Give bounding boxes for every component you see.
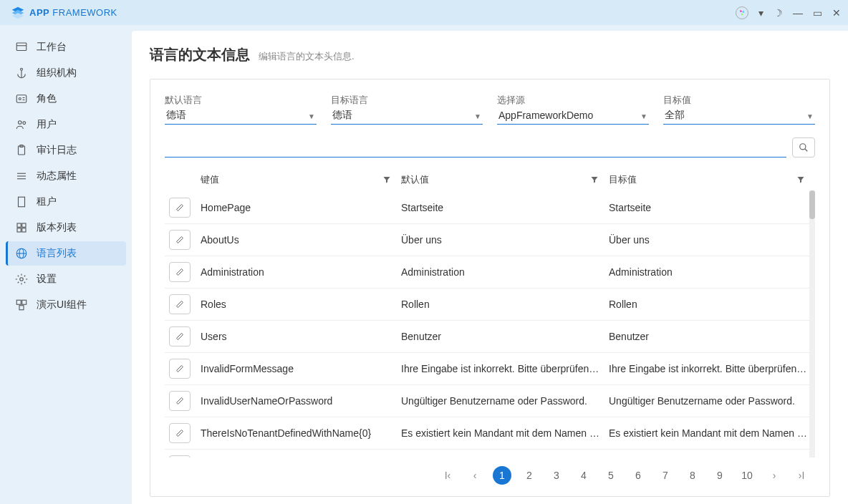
dashboard-icon [15, 41, 28, 54]
logo-icon [11, 6, 25, 20]
sidebar-item-clipboard[interactable]: 审计日志 [6, 138, 126, 163]
sidebar-item-label: 审计日志 [37, 144, 77, 157]
grid-icon [15, 221, 28, 234]
sidebar-item-globe[interactable]: 语言列表 [6, 241, 126, 266]
cell-target: Ihre Eingabe ist inkorrekt. Bitte überpr… [609, 363, 815, 374]
sidebar-item-users[interactable]: 用户 [6, 112, 126, 137]
cell-target: Startseite [609, 202, 815, 213]
table-row: AdministrationAdministrationAdministrati… [165, 256, 815, 288]
sidebar-item-gear[interactable]: 设置 [6, 267, 126, 291]
maximize-button[interactable]: ▭ [813, 7, 822, 19]
svg-rect-22 [17, 228, 21, 232]
filter-icon[interactable] [590, 175, 599, 184]
filter-icon[interactable] [382, 175, 391, 184]
pager-page[interactable]: 9 [710, 466, 729, 485]
col-target-label: 目标值 [609, 173, 637, 186]
target-lang-select[interactable] [331, 108, 483, 125]
svg-point-5 [19, 98, 21, 100]
svg-point-27 [20, 278, 24, 281]
pager-page[interactable]: 10 [738, 466, 756, 485]
pager-page[interactable]: 4 [574, 466, 593, 485]
sidebar-item-components[interactable]: 演示UI组件 [6, 293, 126, 317]
sidebar-item-grid[interactable]: 版本列表 [6, 215, 126, 240]
pager-page[interactable]: 6 [629, 466, 647, 485]
filter-icon[interactable] [796, 175, 805, 184]
gear-icon [15, 273, 28, 286]
svg-rect-15 [19, 197, 25, 207]
cell-key: ThereIsNoTenantDefinedWithName{0} [201, 427, 401, 439]
pencil-icon [175, 203, 184, 212]
pager-next[interactable]: › [765, 466, 784, 485]
pager-prev[interactable]: ‹ [466, 466, 484, 485]
page-description: 编辑语言的文本头信息. [259, 50, 355, 63]
components-icon [15, 299, 28, 311]
edit-button[interactable] [169, 262, 191, 282]
pencil-icon [175, 332, 184, 341]
pager-page[interactable]: 2 [520, 466, 539, 485]
pager-page[interactable]: 1 [493, 466, 511, 485]
target-lang-label: 目标语言 [331, 94, 483, 107]
target-val-select[interactable] [663, 108, 815, 125]
cell-default: Es existiert kein Mandant mit dem Namen … [401, 427, 609, 439]
cell-default: Administration [401, 266, 609, 278]
source-label: 选择源 [497, 94, 649, 107]
anchor-icon [15, 67, 28, 79]
edit-button[interactable] [169, 198, 191, 218]
avatar-icon[interactable] [736, 6, 748, 19]
edit-button[interactable] [169, 391, 191, 411]
pencil-icon [175, 236, 184, 244]
svg-rect-4 [16, 95, 26, 103]
page-title: 语言的文本信息 [150, 45, 250, 64]
sidebar-item-id[interactable]: 角色 [6, 87, 126, 111]
pagination: I‹ ‹ 12345678910 › ›I [165, 457, 815, 488]
edit-button[interactable] [169, 326, 191, 346]
default-lang-select[interactable] [165, 108, 317, 125]
search-button[interactable] [792, 137, 815, 158]
vertical-scrollbar[interactable] [809, 190, 815, 457]
sidebar-item-building[interactable]: 租户 [6, 190, 126, 214]
pager-first[interactable]: I‹ [438, 466, 457, 485]
pencil-icon [175, 268, 184, 276]
sidebar-item-list[interactable]: 动态属性 [6, 164, 126, 188]
cell-key: Administration [201, 266, 401, 278]
pager-page[interactable]: 5 [602, 466, 620, 485]
dropdown-caret-icon[interactable]: ▾ [758, 7, 763, 19]
table-row: TenantIsNotActiveMandant {0} ist nicht a… [165, 449, 815, 457]
moon-icon[interactable]: ☽ [774, 7, 783, 19]
target-val-label: 目标值 [663, 94, 815, 107]
sidebar-item-anchor[interactable]: 组织机构 [6, 61, 126, 85]
table-header: 键值 默认值 目标值 [165, 168, 815, 192]
close-button[interactable]: ✕ [832, 7, 841, 19]
app-logo: APP FRAMEWORK [11, 6, 117, 20]
search-input[interactable] [165, 142, 786, 158]
svg-rect-21 [22, 223, 26, 227]
app-name-bold: APP [29, 7, 49, 18]
edit-button[interactable] [169, 230, 191, 250]
cell-key: HomePage [201, 202, 401, 213]
edit-button[interactable] [169, 359, 191, 379]
window-controls: ▾ ☽ — ▭ ✕ [736, 6, 841, 19]
clipboard-icon [15, 144, 28, 157]
svg-rect-28 [16, 300, 21, 304]
edit-button[interactable] [169, 455, 191, 457]
sidebar-item-label: 演示UI组件 [37, 299, 87, 311]
pager-last[interactable]: ›I [792, 466, 811, 485]
cell-default: Benutzer [401, 331, 609, 342]
edit-button[interactable] [169, 423, 191, 443]
cell-default: Ungültiger Benutzername oder Password. [401, 395, 609, 407]
pager-page[interactable]: 7 [656, 466, 675, 485]
cell-default: Startseite [401, 202, 609, 213]
svg-rect-20 [17, 223, 21, 227]
source-select[interactable] [497, 108, 649, 125]
search-icon [799, 142, 809, 152]
sidebar-item-label: 语言列表 [37, 247, 77, 260]
cell-key: InvalidFormMessage [201, 363, 401, 374]
edit-button[interactable] [169, 294, 191, 314]
sidebar-item-dashboard[interactable]: 工作台 [6, 35, 126, 59]
list-icon [15, 170, 28, 183]
sidebar-item-label: 版本列表 [37, 221, 77, 234]
cell-default: Ihre Eingabe ist inkorrekt. Bitte überpr… [401, 363, 609, 374]
minimize-button[interactable]: — [793, 7, 803, 19]
pager-page[interactable]: 3 [547, 466, 566, 485]
pager-page[interactable]: 8 [683, 466, 702, 485]
